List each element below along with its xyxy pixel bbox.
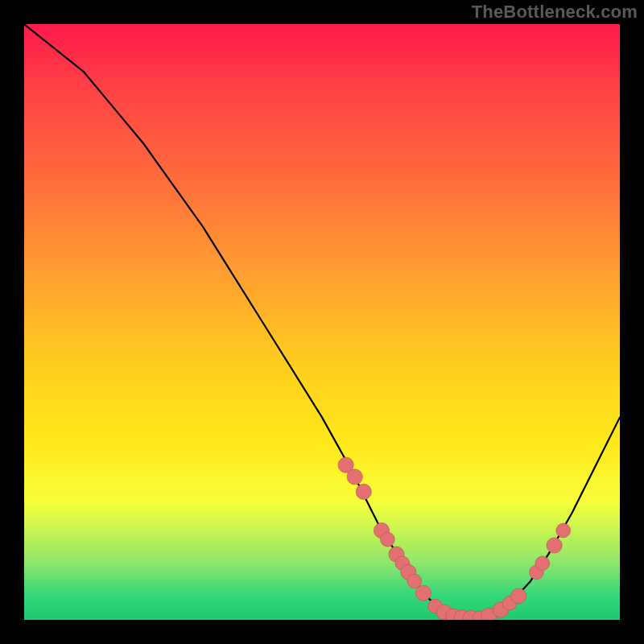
marker-group xyxy=(338,457,571,620)
marker-dot xyxy=(415,585,431,601)
marker-dot xyxy=(556,523,571,538)
chart-overlay xyxy=(24,24,620,620)
marker-dot xyxy=(356,484,371,499)
watermark-text: TheBottleneck.com xyxy=(472,2,638,23)
marker-dot xyxy=(511,588,526,604)
curve-line xyxy=(24,24,620,618)
chart-frame: TheBottleneck.com xyxy=(0,0,644,644)
marker-dot xyxy=(535,556,550,571)
marker-dot xyxy=(547,538,562,553)
marker-dot xyxy=(347,469,362,485)
marker-dot xyxy=(381,532,395,547)
